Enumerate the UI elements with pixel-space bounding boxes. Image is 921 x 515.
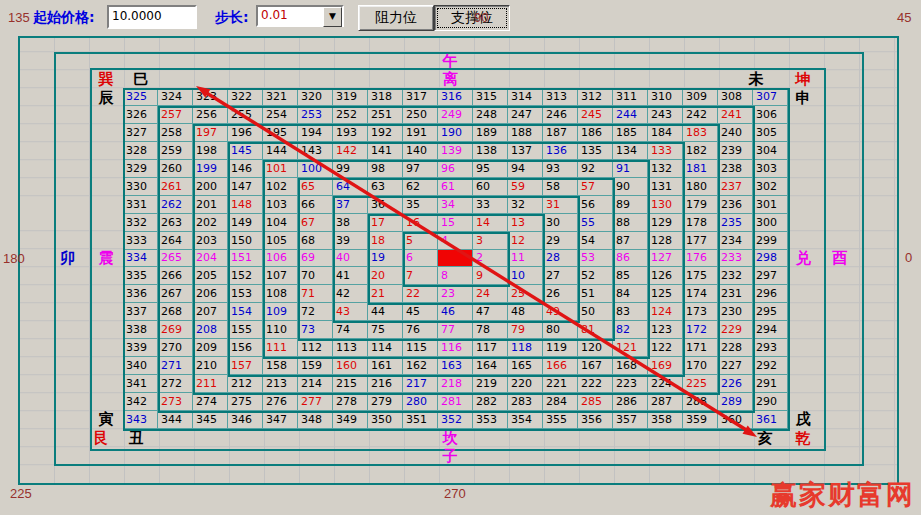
trigram-dui-label: 兑 — [796, 249, 811, 268]
grid-cell: 268 — [158, 303, 193, 321]
grid-cell: 326 — [123, 106, 158, 124]
grid-cell: 350 — [368, 411, 403, 429]
grid-cell: 145 — [228, 142, 263, 160]
grid-cell: 273 — [158, 393, 193, 411]
grid-cell: 240 — [718, 124, 753, 142]
grid-cell: 345 — [193, 411, 228, 429]
grid-cell: 176 — [683, 250, 718, 268]
trigram-gen-label: 艮 — [94, 429, 109, 448]
grid-cell: 133 — [648, 142, 683, 160]
grid-cell: 40 — [333, 250, 368, 268]
grid-cell: 201 — [193, 196, 228, 214]
trigram-qian-label: 乾 — [796, 429, 811, 448]
grid-cell: 8 — [438, 267, 473, 285]
grid-cell: 138 — [473, 142, 508, 160]
grid-cell: 298 — [753, 250, 788, 268]
grid-cell: 52 — [578, 267, 613, 285]
branch-chou-label: 丑 — [129, 429, 144, 448]
grid-cell: 352 — [438, 411, 473, 429]
grid-cell: 328 — [123, 142, 158, 160]
grid-cell: 115 — [403, 339, 438, 357]
grid-cell: 111 — [263, 339, 298, 357]
degree-0-label: 0 — [905, 250, 912, 265]
grid-cell: 57 — [578, 178, 613, 196]
grid-cell: 105 — [263, 232, 298, 250]
grid-cell: 267 — [158, 285, 193, 303]
grid-cell: 68 — [298, 232, 333, 250]
grid-cell: 17 — [368, 214, 403, 232]
grid-cell: 189 — [473, 124, 508, 142]
grid-cell: 101 — [263, 160, 298, 178]
grid-cell: 343 — [123, 411, 158, 429]
grid-cell: 41 — [333, 267, 368, 285]
grid-cell: 226 — [718, 375, 753, 393]
grid-cell: 227 — [718, 357, 753, 375]
grid-cell: 295 — [753, 303, 788, 321]
grid-cell: 286 — [613, 393, 648, 411]
start-price-input[interactable]: 10.0000 — [107, 5, 197, 29]
grid-cell: 158 — [263, 357, 298, 375]
grid-cell: 76 — [403, 321, 438, 339]
grid-cell: 100 — [298, 160, 333, 178]
grid-cell: 19 — [368, 250, 403, 268]
grid-cell: 35 — [403, 196, 438, 214]
grid-cell: 300 — [753, 214, 788, 232]
branch-wei-label: 未 — [749, 70, 764, 89]
grid-cell: 6 — [403, 250, 438, 268]
grid-cell: 190 — [438, 124, 473, 142]
grid-cell: 69 — [298, 250, 333, 268]
grid-cell: 162 — [403, 357, 438, 375]
grid-cell: 246 — [543, 106, 578, 124]
degree-90-label: 90 — [474, 10, 488, 25]
trigram-kun-label: 坤 — [796, 70, 811, 89]
grid-cell: 170 — [683, 357, 718, 375]
grid-cell: 164 — [473, 357, 508, 375]
grid-cell: 293 — [753, 339, 788, 357]
degree-45-label: 45 — [897, 10, 911, 25]
resistance-button[interactable]: 阻力位 — [358, 5, 434, 31]
grid-cell: 82 — [613, 321, 648, 339]
grid-cell: 281 — [438, 393, 473, 411]
grid-cell: 29 — [543, 232, 578, 250]
branch-you-label: 酉 — [833, 249, 848, 268]
chevron-down-icon[interactable]: ▼ — [323, 7, 342, 27]
grid-cell: 284 — [543, 393, 578, 411]
grid-cell: 175 — [683, 267, 718, 285]
grid-cell: 336 — [123, 285, 158, 303]
grid-cell: 311 — [613, 88, 648, 106]
grid-cell: 316 — [438, 88, 473, 106]
grid-cell: 204 — [193, 250, 228, 268]
grid-cell: 104 — [263, 214, 298, 232]
grid-cell: 276 — [263, 393, 298, 411]
grid-cell: 168 — [613, 357, 648, 375]
grid-cell: 229 — [718, 321, 753, 339]
grid-cell: 167 — [578, 357, 613, 375]
support-button[interactable]: 支撑位 — [434, 5, 510, 31]
grid-cell: 312 — [578, 88, 613, 106]
grid-cell: 131 — [648, 178, 683, 196]
branch-yin-label: 寅 — [99, 410, 114, 429]
grid-cell: 129 — [648, 214, 683, 232]
grid-cell: 32 — [508, 196, 543, 214]
grid-cell: 79 — [508, 321, 543, 339]
grid-cell: 282 — [473, 393, 508, 411]
grid-cell: 353 — [473, 411, 508, 429]
grid-cell: 160 — [333, 357, 368, 375]
step-dropdown[interactable]: 0.01 ▼ — [256, 5, 344, 27]
grid-cell: 308 — [718, 88, 753, 106]
grid-cell: 156 — [228, 339, 263, 357]
grid-cell: 288 — [683, 393, 718, 411]
grid-cell: 351 — [403, 411, 438, 429]
grid-cell: 234 — [718, 232, 753, 250]
grid-cell: 44 — [368, 303, 403, 321]
grid-cell: 243 — [648, 106, 683, 124]
grid-cell: 169 — [648, 357, 683, 375]
trigram-kan-label: 坎 — [443, 429, 458, 448]
grid-cell: 37 — [333, 196, 368, 214]
grid-cell: 66 — [298, 196, 333, 214]
grid-cell: 309 — [683, 88, 718, 106]
grid-cell: 173 — [683, 303, 718, 321]
grid-cell: 274 — [193, 393, 228, 411]
grid-cell: 344 — [158, 411, 193, 429]
grid-cell: 304 — [753, 142, 788, 160]
